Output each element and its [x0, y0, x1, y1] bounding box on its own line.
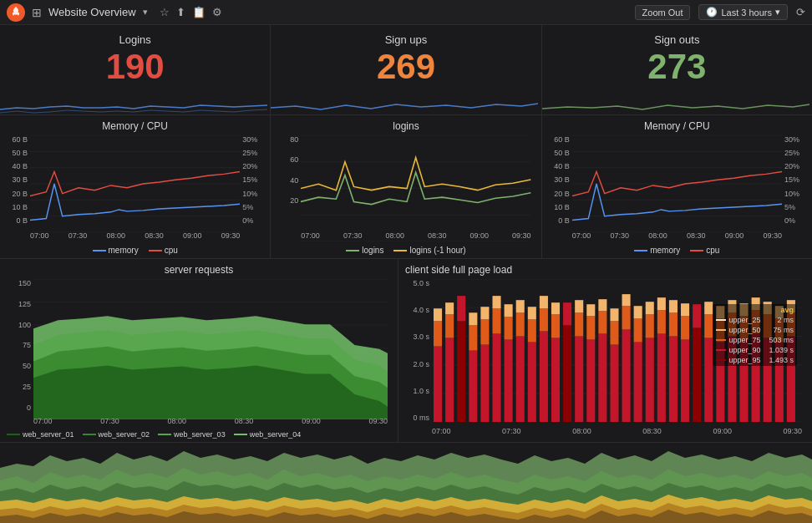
- svg-rect-39: [434, 308, 442, 321]
- ws04-color: [234, 434, 247, 435]
- logins-chart-panel: logins 80604020 07:0007:3008: [271, 115, 541, 258]
- time-range-dropdown-icon: ▾: [775, 7, 780, 18]
- memory-cpu-left-panel: Memory / CPU 60 B50 B40 B30 B20 B10 B0 B…: [0, 115, 271, 258]
- signups-value: 269: [377, 49, 435, 84]
- svg-rect-93: [657, 310, 666, 333]
- refresh-button[interactable]: ⟳: [796, 6, 805, 18]
- ws02-legend: web_server_02: [83, 430, 150, 439]
- svg-rect-103: [704, 338, 713, 422]
- svg-rect-86: [634, 343, 642, 423]
- legend-memory: memory: [93, 246, 139, 255]
- memory-r-color: [634, 250, 647, 251]
- snapshot-icon[interactable]: 📋: [192, 6, 206, 18]
- settings-icon[interactable]: ⚙: [212, 6, 222, 18]
- upper75-legend: upper_75 503 ms: [716, 336, 794, 344]
- signouts-sparkline: [542, 91, 809, 114]
- avg-label: avg: [716, 306, 794, 314]
- svg-rect-91: [646, 302, 654, 314]
- logins-x-axis: 07:0007:3008:0008:3009:0009:30: [301, 228, 530, 243]
- svg-rect-63: [540, 331, 548, 422]
- time-range-picker[interactable]: 🕐 Last 3 hours ▾: [698, 4, 788, 20]
- memory-cpu-right-area: 60 B50 B40 B30 B20 B10 B0 B 30%25%20%15%…: [549, 135, 805, 243]
- logins-label: Logins: [119, 33, 151, 46]
- upper75-value: 503 ms: [769, 336, 794, 344]
- svg-rect-64: [540, 308, 548, 331]
- upper50-value: 75 ms: [773, 326, 794, 334]
- svg-rect-82: [610, 308, 618, 321]
- upper95-color: [716, 359, 726, 361]
- star-icon[interactable]: ☆: [160, 6, 170, 18]
- logins-panel: Logins 190: [0, 25, 271, 114]
- legend-memory-r: memory: [634, 246, 680, 255]
- upper25-legend: upper_25 2 ms: [716, 316, 794, 324]
- svg-rect-76: [586, 304, 595, 316]
- ws02-color: [83, 434, 96, 435]
- svg-rect-105: [704, 302, 713, 314]
- svg-rect-51: [492, 333, 500, 422]
- vbottom-panel: [0, 443, 812, 523]
- ws03-color: [158, 434, 171, 435]
- dashboard-title: Website Overview: [48, 6, 136, 18]
- time-range-label: Last 3 hours: [721, 8, 772, 18]
- ws01-legend: web_server_01: [7, 430, 74, 439]
- logins-1h-label: logins (-1 hour): [409, 246, 465, 255]
- vbottom-svg: [0, 443, 812, 523]
- svg-rect-99: [681, 316, 689, 339]
- upper90-value: 1.039 s: [769, 346, 794, 354]
- server-requests-panel: server requests 1501251007550250: [0, 259, 398, 442]
- logins-y-axis: 80604020: [277, 135, 301, 225]
- client-x-axis: 07:0007:3008:0008:3009:0009:30: [432, 424, 802, 439]
- upper95-legend: upper_95 1.493 s: [716, 356, 794, 364]
- y-axis-left: 60 B50 B40 B30 B20 B10 B0 B: [7, 135, 30, 225]
- svg-rect-66: [551, 338, 560, 422]
- svg-rect-53: [492, 296, 500, 308]
- svg-rect-47: [469, 312, 477, 325]
- logins-sparkline: [0, 91, 267, 114]
- logins-1h-color: [393, 250, 407, 251]
- header: ⊞ Website Overview ▾ ☆ ⬆ 📋 ⚙ Zoom Out 🕐 …: [0, 0, 812, 25]
- upper95-value: 1.493 s: [769, 356, 794, 364]
- svg-rect-37: [434, 347, 442, 423]
- svg-rect-95: [669, 336, 678, 422]
- ws01-color: [7, 434, 20, 435]
- memory-cpu-left-title: Memory / CPU: [7, 120, 263, 132]
- logins-chart-title: logins: [277, 120, 534, 132]
- svg-rect-67: [551, 314, 560, 338]
- upper50-legend: upper_50 75 ms: [716, 326, 794, 334]
- svg-rect-60: [528, 343, 536, 423]
- logins-value: 190: [106, 49, 165, 84]
- legend-logins-1h: logins (-1 hour): [393, 246, 465, 255]
- svg-rect-68: [551, 302, 560, 314]
- ws03-legend: web_server_03: [158, 430, 226, 439]
- ws04-label: web_server_04: [250, 430, 302, 439]
- memory-color: [93, 250, 106, 251]
- svg-rect-38: [434, 321, 442, 346]
- server-requests-title: server requests: [7, 264, 391, 276]
- client-page-load-title: client side full page load: [405, 264, 805, 276]
- signups-panel: Sign ups 269: [271, 25, 541, 114]
- memory-cpu-left-area: 60 B50 B40 B30 B20 B10 B0 B 30%25%20%15%…: [7, 135, 263, 243]
- svg-rect-52: [492, 308, 500, 333]
- server-requests-svg: [33, 279, 388, 419]
- zoom-out-button[interactable]: Zoom Out: [635, 5, 691, 20]
- server-x-axis: 07:0007:3008:0008:3009:0009:30: [33, 414, 388, 429]
- svg-rect-92: [657, 333, 666, 422]
- svg-rect-104: [704, 314, 713, 338]
- svg-rect-89: [646, 338, 654, 422]
- logins-svg: [301, 135, 530, 241]
- svg-rect-55: [505, 317, 513, 339]
- svg-rect-80: [610, 345, 618, 423]
- memory-cpu-right-y-left: 60 B50 B40 B30 B20 B10 B0 B: [549, 135, 572, 225]
- grid-icon: ⊞: [32, 6, 42, 19]
- upper90-legend: upper_90 1.039 s: [716, 346, 794, 354]
- svg-rect-40: [445, 338, 454, 422]
- title-dropdown-icon[interactable]: ▾: [143, 7, 148, 18]
- logins-chart-area: 80604020 07:0007:3008:0008:3009:0009:30: [277, 135, 534, 243]
- server-legend: web_server_01 web_server_02 web_server_0…: [7, 430, 391, 439]
- main-content: Logins 190 Sign ups 269 Sign outs 273: [0, 25, 812, 523]
- svg-rect-42: [445, 302, 454, 314]
- signouts-value: 273: [647, 49, 706, 84]
- share-icon[interactable]: ⬆: [176, 6, 185, 18]
- signups-label: Sign ups: [385, 33, 428, 46]
- client-page-load-area: 5.0 s4.0 s3.0 s2.0 s1.0 s0 ms: [405, 279, 805, 439]
